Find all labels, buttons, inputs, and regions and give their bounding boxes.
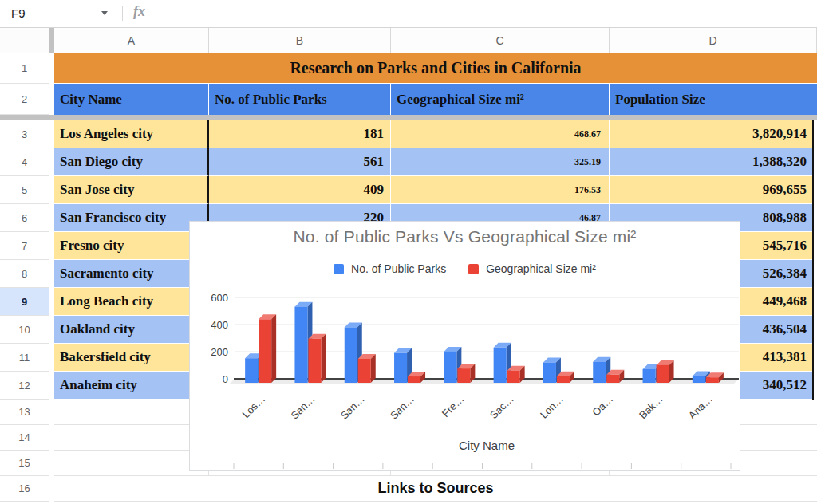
row-header-14[interactable]: 14 bbox=[0, 425, 49, 451]
row-header-5[interactable]: 5 bbox=[0, 176, 49, 204]
x-tick-label-9: Ana… bbox=[686, 393, 715, 422]
cell[interactable]: San Jose city bbox=[54, 176, 209, 204]
column-header-A[interactable]: A bbox=[54, 28, 209, 53]
header-cell[interactable]: No. of Public Parks bbox=[209, 84, 391, 115]
chart-plot: 0200400600Los…San…San…San…Fre…Sac…Lon…Oa… bbox=[190, 222, 740, 470]
header-cell[interactable]: Geographical Size mi² bbox=[391, 84, 610, 115]
name-box[interactable]: F9 bbox=[11, 5, 91, 22]
row-header-4[interactable]: 4 bbox=[0, 148, 49, 176]
cell[interactable]: 176.53 bbox=[391, 176, 610, 204]
cell[interactable]: 3,820,914 bbox=[610, 120, 812, 148]
bar-size-2 bbox=[358, 354, 376, 383]
bar-size-4 bbox=[457, 364, 475, 383]
row-header-3[interactable]: 3 bbox=[0, 120, 49, 148]
row-header-2[interactable]: 2 bbox=[0, 84, 49, 115]
row-header-6[interactable]: 6 bbox=[0, 204, 49, 232]
row-header-7[interactable]: 7 bbox=[0, 232, 49, 260]
cell[interactable]: Sacramento city bbox=[54, 260, 209, 288]
sheet-title-cell[interactable]: Research on Parks and Cities in Californ… bbox=[54, 53, 817, 84]
cell[interactable] bbox=[54, 400, 209, 425]
x-tick-label-8: Bak… bbox=[637, 393, 665, 422]
x-tick-label-0: Los… bbox=[240, 393, 268, 421]
y-tick-label-200: 200 bbox=[211, 346, 228, 358]
cell[interactable]: 561 bbox=[209, 148, 391, 176]
cell[interactable]: 325.19 bbox=[391, 148, 610, 176]
chevron-down-icon[interactable] bbox=[101, 11, 108, 15]
select-all-corner[interactable] bbox=[0, 28, 49, 53]
cell[interactable]: Oakland city bbox=[54, 316, 209, 344]
y-tick-label-0: 0 bbox=[223, 373, 228, 385]
row-header-1[interactable]: 1 bbox=[0, 53, 49, 84]
column-header-B[interactable]: B bbox=[209, 28, 391, 53]
x-tick-label-1: San… bbox=[288, 393, 317, 422]
links-to-sources-cell[interactable]: Links to Sources bbox=[54, 476, 817, 502]
x-tick-label-4: Fre… bbox=[440, 393, 467, 420]
fx-icon[interactable]: fx bbox=[133, 3, 145, 20]
x-tick-label-3: San… bbox=[388, 393, 416, 422]
header-cell[interactable]: City Name bbox=[54, 84, 209, 115]
cell[interactable]: 1,388,320 bbox=[610, 148, 812, 176]
cell[interactable] bbox=[54, 451, 209, 476]
bar-size-5 bbox=[507, 366, 525, 383]
cell[interactable]: Anaheim city bbox=[54, 372, 209, 400]
embedded-chart[interactable]: No. of Public Parks Vs Geographical Size… bbox=[189, 221, 740, 471]
x-tick-label-6: Lon… bbox=[538, 393, 566, 421]
cell[interactable] bbox=[54, 425, 209, 451]
cell[interactable]: San Diego city bbox=[54, 148, 209, 176]
column-headers: ABCD bbox=[0, 27, 817, 54]
bar-size-1 bbox=[308, 334, 326, 383]
y-tick-label-400: 400 bbox=[211, 319, 228, 331]
cell[interactable]: Bakersfield city bbox=[54, 344, 209, 372]
row-header-11[interactable]: 11 bbox=[0, 344, 49, 372]
cell[interactable]: Long Beach city bbox=[54, 288, 209, 316]
row-header-9[interactable]: 9 bbox=[0, 288, 49, 316]
column-header-C[interactable]: C bbox=[391, 28, 610, 53]
cell[interactable]: 969,655 bbox=[610, 176, 812, 204]
column-d-right-border bbox=[812, 120, 814, 400]
x-tick-label-2: San… bbox=[338, 393, 367, 422]
frozen-rows-divider[interactable] bbox=[0, 115, 817, 120]
cell[interactable]: 468.67 bbox=[391, 120, 610, 148]
column-header-D[interactable]: D bbox=[610, 28, 817, 53]
cell[interactable]: Fresno city bbox=[54, 232, 209, 260]
y-tick-label-600: 600 bbox=[211, 292, 228, 304]
header-cell[interactable]: Population Size bbox=[610, 84, 817, 115]
cell[interactable]: 409 bbox=[209, 176, 391, 204]
row-header-8[interactable]: 8 bbox=[0, 260, 49, 288]
row-header-10[interactable]: 10 bbox=[0, 316, 49, 344]
row-header-16[interactable]: 16 bbox=[0, 476, 49, 502]
cell[interactable]: San Francisco city bbox=[54, 204, 209, 232]
cell[interactable]: Los Angeles city bbox=[54, 120, 209, 148]
cell[interactable]: 181 bbox=[209, 120, 391, 148]
formula-bar-divider bbox=[122, 6, 123, 21]
x-tick-label-5: Sac… bbox=[487, 393, 516, 422]
formula-bar: F9 fx bbox=[0, 0, 817, 26]
row-header-12[interactable]: 12 bbox=[0, 372, 49, 400]
row-header-15[interactable]: 15 bbox=[0, 451, 49, 476]
row-header-13[interactable]: 13 bbox=[0, 400, 49, 425]
x-tick-label-7: Oa… bbox=[590, 393, 615, 419]
spreadsheet-app: F9 fx ABCD 12345678910111213141516 Resea… bbox=[0, 0, 817, 504]
bar-size-8 bbox=[657, 360, 674, 383]
bar-size-0 bbox=[259, 314, 276, 383]
